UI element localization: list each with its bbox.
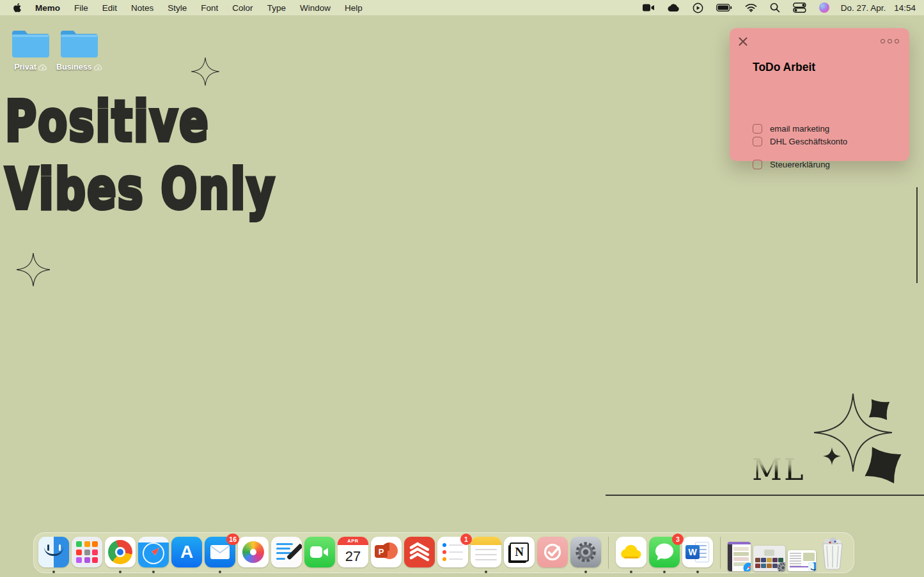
dock-separator bbox=[720, 537, 721, 569]
spotlight-search-icon[interactable] bbox=[763, 0, 787, 15]
cloud-status-icon[interactable] bbox=[661, 0, 686, 15]
launchpad-icon bbox=[72, 537, 102, 567]
note-checkbox[interactable] bbox=[753, 137, 762, 146]
menu-window[interactable]: Window bbox=[293, 0, 338, 15]
control-center-icon[interactable] bbox=[787, 0, 813, 15]
apple-menu-icon[interactable] bbox=[8, 3, 28, 13]
sparkle-outline-top bbox=[191, 58, 219, 86]
wallpaper-headline-line1: Positive bbox=[5, 93, 210, 150]
running-indicator bbox=[663, 571, 666, 573]
folder-label: Business bbox=[56, 63, 92, 72]
dock-minimized-settings-window[interactable] bbox=[753, 546, 785, 571]
dock-word[interactable]: W bbox=[682, 537, 713, 573]
note-close-icon[interactable] bbox=[738, 36, 748, 47]
reminders-badge: 1 bbox=[460, 534, 472, 545]
dock-todoist[interactable] bbox=[404, 537, 435, 573]
running-indicator bbox=[119, 571, 121, 573]
trash-full-icon bbox=[818, 537, 847, 570]
chrome-icon bbox=[105, 537, 136, 567]
sticky-note-window[interactable]: ToDo Arbeit email marketing DHL Geschäft… bbox=[730, 28, 909, 161]
desktop-folder-business[interactable]: Business bbox=[56, 27, 102, 72]
running-indicator bbox=[696, 571, 699, 573]
dock-trash[interactable] bbox=[818, 537, 849, 573]
appstore-icon: A bbox=[171, 537, 202, 567]
note-todo-row: email marketing bbox=[753, 124, 829, 134]
dock-notes[interactable] bbox=[471, 537, 501, 573]
note-todo-row: DHL Geschäftskonto bbox=[753, 137, 847, 146]
dock-minimized-finder-window[interactable] bbox=[788, 550, 816, 571]
dock-note-taking-app[interactable] bbox=[271, 537, 302, 573]
note-todo-label: DHL Geschäftskonto bbox=[770, 137, 847, 146]
note-checkbox[interactable] bbox=[753, 160, 762, 169]
photos-icon bbox=[238, 537, 269, 567]
menubar-date: Do. 27. Apr. bbox=[841, 3, 886, 13]
menu-file[interactable]: File bbox=[67, 0, 95, 15]
dock-notion[interactable]: N bbox=[504, 537, 535, 573]
pink-check-icon bbox=[537, 537, 568, 567]
menu-font[interactable]: Font bbox=[194, 0, 225, 15]
sparkle-filled-small bbox=[823, 447, 841, 465]
dock-mail[interactable]: 16 bbox=[205, 537, 235, 573]
dock-powerpoint[interactable]: P bbox=[371, 537, 402, 573]
menu-notes[interactable]: Notes bbox=[124, 0, 161, 15]
dock-minimized-safari-window[interactable] bbox=[728, 542, 751, 571]
dock-finder[interactable] bbox=[38, 537, 69, 573]
safari-icon bbox=[138, 537, 169, 567]
quad-star-big bbox=[861, 443, 905, 487]
play-status-icon[interactable] bbox=[686, 0, 710, 15]
running-indicator bbox=[630, 571, 632, 573]
decor-horizontal-line bbox=[606, 495, 924, 496]
wallpaper-headline-line2: Vibes Only bbox=[5, 161, 276, 217]
powerpoint-icon: P bbox=[371, 537, 402, 567]
running-indicator bbox=[152, 571, 155, 573]
calendar-icon: APR 27 bbox=[338, 537, 368, 567]
running-indicator bbox=[52, 571, 55, 573]
menu-type[interactable]: Type bbox=[260, 0, 293, 15]
dock-launchpad[interactable] bbox=[72, 537, 102, 573]
quad-star-small bbox=[867, 397, 891, 422]
desktop-folder-privat[interactable]: Privat bbox=[8, 27, 54, 72]
dock-todo-pink-app[interactable] bbox=[537, 537, 568, 573]
running-indicator bbox=[584, 571, 587, 573]
folder-icon bbox=[61, 27, 98, 59]
siri-icon[interactable] bbox=[813, 0, 836, 15]
menu-help[interactable]: Help bbox=[338, 0, 370, 15]
menubar-clock[interactable]: Do. 27. Apr. 14:54 bbox=[836, 3, 916, 13]
menu-style[interactable]: Style bbox=[161, 0, 194, 15]
menubar-time: 14:54 bbox=[894, 3, 916, 13]
finder-icon bbox=[38, 537, 69, 567]
note-more-menu-icon[interactable] bbox=[881, 39, 899, 43]
dock-reminders[interactable]: 1 bbox=[437, 537, 468, 573]
dock-system-settings[interactable] bbox=[570, 537, 601, 573]
dock-photos[interactable] bbox=[238, 537, 269, 573]
folder-label: Privat bbox=[14, 63, 36, 72]
facetime-icon bbox=[304, 537, 335, 567]
running-indicator bbox=[219, 571, 221, 573]
icloud-download-icon bbox=[38, 64, 47, 71]
running-indicator bbox=[485, 571, 487, 573]
decor-vertical-line bbox=[916, 187, 918, 283]
wallpaper-ml-logo: ML bbox=[752, 452, 806, 487]
wifi-icon[interactable] bbox=[739, 0, 763, 15]
dock-facetime[interactable] bbox=[304, 537, 335, 573]
dock-separator bbox=[608, 537, 609, 569]
menu-app-name[interactable]: Memo bbox=[28, 0, 67, 15]
note-todo-label: Steuererklärung bbox=[770, 160, 830, 169]
dock-chrome[interactable] bbox=[105, 537, 136, 573]
note-checkbox[interactable] bbox=[753, 124, 762, 134]
dock-appstore[interactable]: A bbox=[171, 537, 202, 573]
notes-icon bbox=[471, 537, 501, 567]
menu-color[interactable]: Color bbox=[225, 0, 260, 15]
video-camera-icon[interactable] bbox=[636, 0, 661, 15]
battery-icon[interactable] bbox=[710, 0, 739, 15]
todoist-icon bbox=[404, 537, 435, 567]
menu-edit[interactable]: Edit bbox=[95, 0, 124, 15]
dock-safari[interactable] bbox=[138, 537, 169, 573]
notion-icon: N bbox=[504, 537, 535, 567]
calendar-month: APR bbox=[338, 537, 368, 545]
dock-calendar[interactable]: APR 27 bbox=[338, 537, 368, 573]
dock-cloud-app[interactable] bbox=[616, 537, 646, 573]
note-pen-icon bbox=[271, 537, 302, 567]
dock-messages[interactable]: 3 bbox=[649, 537, 680, 573]
note-title: ToDo Arbeit bbox=[753, 61, 815, 74]
